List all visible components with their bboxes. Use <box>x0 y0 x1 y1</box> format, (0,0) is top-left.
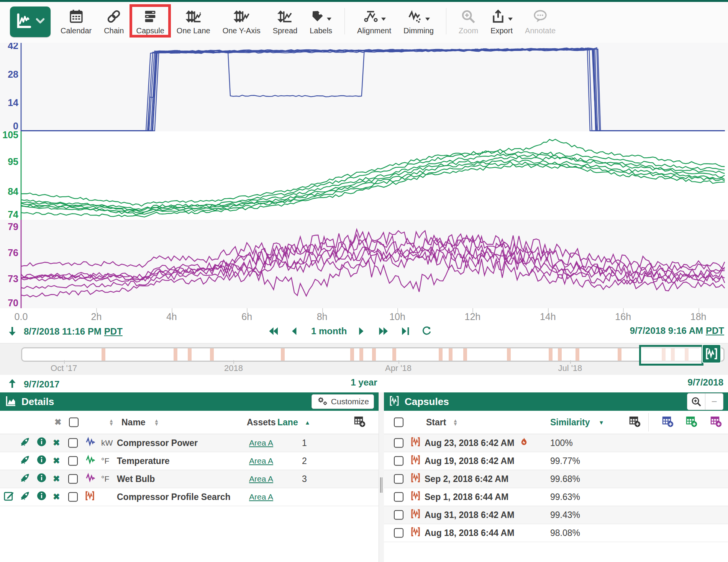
unit-label: kW <box>101 438 113 448</box>
info-icon[interactable] <box>36 436 47 450</box>
row-checkbox[interactable] <box>394 492 403 502</box>
add-column-icon[interactable] <box>628 415 641 430</box>
toolbar-item-calendar[interactable]: Calendar <box>61 7 92 35</box>
row-checkbox[interactable] <box>394 438 403 448</box>
remove-icon[interactable]: ✖ <box>53 438 60 448</box>
row-checkbox[interactable] <box>394 456 403 466</box>
row-checkbox[interactable] <box>394 474 403 484</box>
capsule-row[interactable]: Sep 2, 2018 6:42 AM99.68% <box>384 470 728 488</box>
step-to-end-button[interactable] <box>400 325 411 337</box>
asset-link[interactable]: Area A <box>249 438 273 448</box>
add-stat-column-blue-icon[interactable] <box>661 415 674 430</box>
chart-lane-temperature[interactable]: 748495105 <box>0 131 728 220</box>
remove-icon[interactable]: ✖ <box>53 474 60 484</box>
row-checkbox[interactable] <box>68 456 78 466</box>
toolbar-item-one-y-axis[interactable]: One Y-Axis <box>223 7 261 35</box>
x-axis-tick-label: 8h <box>317 311 328 322</box>
step-back-button[interactable] <box>290 325 301 337</box>
capsule-row[interactable]: Aug 18, 2018 6:44 AM98.08% <box>384 524 728 542</box>
pin-to-trend-icon[interactable] <box>19 454 31 468</box>
capsule-row[interactable]: Sep 1, 2018 6:44 AM99.63% <box>384 488 728 506</box>
pin-to-trend-icon[interactable] <box>19 436 31 450</box>
signal-color-icon[interactable] <box>85 472 97 486</box>
capsule-start: Aug 18, 2018 6:44 AM <box>425 528 514 538</box>
step-forward-fast-button[interactable] <box>378 325 390 337</box>
column-header-assets[interactable]: Assets <box>247 417 275 428</box>
sort-icon[interactable]: ▲▼ <box>109 419 114 426</box>
toolbar-item-spread[interactable]: Spread <box>273 7 298 35</box>
add-stat-column-magenta-icon[interactable] <box>710 415 722 430</box>
timezone-link[interactable]: PDT <box>104 326 123 337</box>
step-forward-button[interactable] <box>357 325 368 337</box>
timebar-track[interactable] <box>21 347 725 362</box>
add-stat-column-green-icon[interactable] <box>685 415 697 430</box>
pin-to-trend-icon[interactable] <box>19 490 31 504</box>
toolbar-item-capsule[interactable]: Capsule <box>136 7 164 35</box>
details-row-compressor-profile-search[interactable]: ✖Compressor Profile SearchArea A <box>0 488 379 506</box>
capsule-time-button[interactable] <box>702 344 721 363</box>
edit-icon[interactable] <box>3 490 15 504</box>
capsule-icon <box>389 395 400 408</box>
row-checkbox[interactable] <box>68 474 78 484</box>
signal-color-icon[interactable] <box>85 454 97 468</box>
details-row-compressor-power[interactable]: ✖kWCompressor PowerArea A1 <box>0 434 379 452</box>
remove-icon[interactable]: ✖ <box>53 456 60 466</box>
info-icon[interactable] <box>36 490 47 504</box>
toolbar-item-export[interactable]: Export <box>490 7 513 35</box>
info-icon[interactable] <box>36 454 47 468</box>
worksheet-view-button[interactable] <box>10 7 51 37</box>
toolbar-item-one-lane[interactable]: One Lane <box>177 7 210 35</box>
range-start-arrow-icon[interactable] <box>6 325 18 338</box>
range-duration-label[interactable]: 1 month <box>311 326 347 337</box>
add-column-icon[interactable] <box>353 415 366 430</box>
refresh-button[interactable] <box>421 326 432 337</box>
display-range-selector[interactable] <box>639 345 703 366</box>
select-all-checkbox[interactable] <box>69 418 79 427</box>
remove-icon[interactable]: ✖ <box>53 492 60 502</box>
column-header-similarity[interactable]: Similarity <box>550 417 590 428</box>
chart-lane-wet-bulb[interactable]: 70737679 <box>0 220 728 308</box>
item-name: Wet Bulb <box>117 474 155 484</box>
customize-button[interactable]: Customize <box>312 394 374 409</box>
capsule-stripe <box>618 348 621 361</box>
x-axis-tick-label: 12h <box>465 311 481 322</box>
column-header-start[interactable]: Start <box>426 417 446 428</box>
toolbar-item-dimming[interactable]: Dimming <box>403 7 434 35</box>
remove-all-icon[interactable]: ✖ <box>54 417 61 427</box>
select-all-checkbox[interactable] <box>394 418 403 427</box>
collapse-panel-button[interactable]: − <box>705 393 723 410</box>
capsule-row[interactable]: Aug 31, 2018 6:42 AM99.43% <box>384 506 728 524</box>
details-row-wet-bulb[interactable]: ✖°FWet BulbArea A3 <box>0 470 379 488</box>
details-row-temperature[interactable]: ✖°FTemperatureArea A2 <box>0 452 379 470</box>
info-icon[interactable] <box>36 472 47 486</box>
sort-icon[interactable]: ▲▼ <box>453 419 458 426</box>
capsule-row[interactable]: Aug 19, 2018 6:42 AM99.77% <box>384 452 728 470</box>
toolbar-item-chain[interactable]: Chain <box>104 7 124 35</box>
row-checkbox[interactable] <box>68 492 78 502</box>
sort-icon[interactable]: ▲▼ <box>154 419 159 426</box>
toolbar-item-labels[interactable]: Labels <box>310 7 332 35</box>
row-checkbox[interactable] <box>394 510 403 520</box>
capsule-row[interactable]: Aug 23, 2018 6:42 AM100% <box>384 434 728 452</box>
row-checkbox[interactable] <box>68 438 78 448</box>
step-back-fast-button[interactable] <box>268 325 280 337</box>
toolbar-item-label: Calendar <box>61 26 92 35</box>
y-axis-tick-label: 105 <box>0 131 18 140</box>
zoom-to-capsule-button[interactable] <box>687 393 705 410</box>
selector-right-handle[interactable] <box>699 348 701 360</box>
pin-to-trend-icon[interactable] <box>19 472 31 486</box>
asset-link[interactable]: Area A <box>249 456 273 466</box>
trend-chart-area[interactable]: 014284274849510570737679 <box>0 43 728 308</box>
row-checkbox[interactable] <box>394 528 403 538</box>
x-axis-tick-label: 4h <box>166 311 177 322</box>
selector-left-handle[interactable] <box>641 348 643 360</box>
signal-color-icon[interactable] <box>85 436 97 450</box>
column-header-name[interactable]: Name <box>121 417 146 428</box>
asset-link[interactable]: Area A <box>249 492 273 502</box>
timezone-link[interactable]: PDT <box>706 325 724 336</box>
range-start-label: 8/7/2018 11:16 PMPDT <box>24 326 123 337</box>
chart-lane-compressor-power[interactable]: 0142842 <box>0 43 728 131</box>
asset-link[interactable]: Area A <box>249 474 273 484</box>
toolbar-item-alignment[interactable]: Alignment <box>357 7 391 35</box>
column-header-lane[interactable]: Lane <box>277 417 298 428</box>
